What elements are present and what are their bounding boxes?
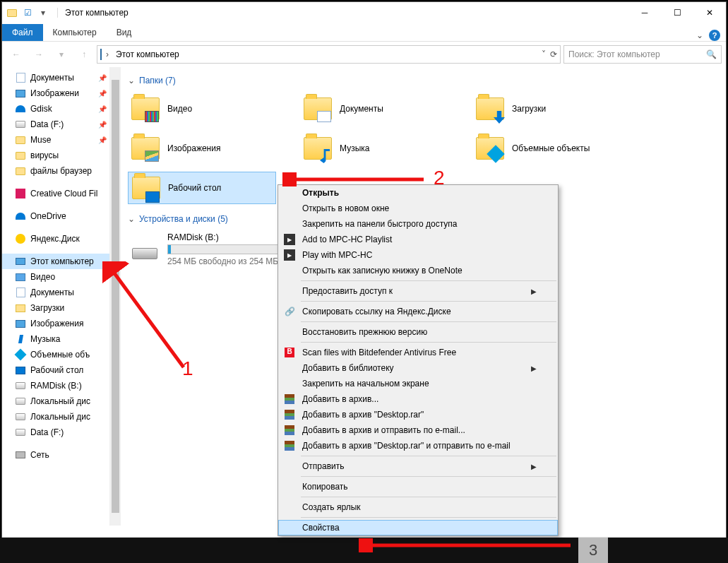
forward-button[interactable]: → (29, 45, 49, 64)
yd-icon (15, 233, 26, 244)
context-menu-item[interactable]: Открыть в новом окне (278, 201, 558, 216)
context-menu-item[interactable]: BScan files with Bitdefender Antivirus F… (278, 345, 558, 360)
tab-file[interactable]: Файл (2, 24, 43, 41)
nav-item[interactable]: Изображени📌 (2, 85, 109, 101)
nav-item[interactable]: Gdisk📌 (2, 101, 109, 117)
nav-item[interactable]: Документы📌 (2, 70, 109, 85)
mpc-icon: ▶ (284, 249, 295, 261)
context-menu-item[interactable]: Копировать (278, 479, 558, 494)
history-dropdown[interactable]: ▾ (52, 45, 71, 64)
properties-icon[interactable]: ☑ (22, 7, 33, 18)
nav-item[interactable]: вирусы (2, 148, 109, 163)
nav-item[interactable]: Изображения (2, 316, 109, 331)
nav-item[interactable]: Видео (2, 269, 109, 285)
context-menu-item[interactable]: ▶Play with MPC-HC (278, 247, 558, 263)
search-box[interactable]: Поиск: Этот компьютер 🔍 (563, 45, 722, 64)
context-menu-item[interactable]: Добавить в архив... (278, 391, 558, 407)
bitdefender-icon: B (284, 347, 295, 358)
tab-view[interactable]: Вид (107, 24, 142, 41)
context-menu-item[interactable]: Свойства (278, 520, 558, 535)
nav-item[interactable]: Data (F:) (2, 425, 109, 440)
nav-item[interactable]: Сеть (2, 447, 109, 463)
context-menu-item[interactable]: Создать ярлык (278, 499, 558, 515)
nav-item[interactable]: Музыка (2, 331, 109, 347)
nav-item[interactable]: Яндекс.Диск (2, 231, 109, 247)
context-menu-item[interactable]: Добавить в библиотеку▶ (278, 360, 558, 376)
tab-computer[interactable]: Компьютер (43, 24, 107, 41)
nav-item[interactable]: Объемные объ (2, 347, 109, 362)
context-menu-item[interactable]: Добавить в архив "Desktop.rar" и отправи… (278, 438, 558, 454)
context-menu-item[interactable]: Добавить в архив "Desktop.rar" (278, 407, 558, 422)
folder-item[interactable]: Видео (128, 93, 276, 125)
nav-scrollbar[interactable] (109, 67, 121, 526)
back-button[interactable]: ← (6, 45, 26, 64)
mpc-icon: ▶ (284, 234, 295, 245)
context-menu-item[interactable]: Закрепить на начальном экране (278, 376, 558, 391)
up-button[interactable]: ↑ (74, 45, 94, 64)
nav-label: Видео (30, 272, 55, 282)
doc-icon (15, 72, 26, 83)
nav-label: Этот компьютер (30, 256, 94, 266)
context-menu-label: Открыть как записную книжку в OneNote (302, 266, 463, 275)
desk-icon (15, 365, 26, 376)
context-menu-item[interactable]: ▶Add to MPC-HC Playlist (278, 232, 558, 247)
nav-item[interactable]: Рабочий стол (2, 362, 109, 378)
context-menu-item[interactable]: Открыть как записную книжку в OneNote (278, 263, 558, 278)
group-folders-header[interactable]: ⌄ Папки (7) (128, 76, 719, 85)
context-menu-item[interactable]: 🔗Скопировать ссылку на Яндекс.Диске (278, 304, 558, 319)
folder-icon (6, 7, 18, 18)
navigation-pane[interactable]: Документы📌Изображени📌Gdisk📌Data (F:)📌Mus… (2, 67, 109, 526)
nav-label: Изображени (30, 88, 79, 98)
folder-item[interactable]: Загрузки (472, 93, 621, 125)
nav-item[interactable]: Этот компьютер (2, 254, 109, 269)
maximize-button[interactable]: ☐ (661, 2, 693, 23)
nav-label: Изображения (30, 319, 83, 328)
nav-item[interactable]: Muse📌 (2, 132, 109, 148)
context-menu-item[interactable]: Добавить в архив и отправить по e-mail..… (278, 422, 558, 438)
ribbon-expand-icon[interactable]: ⌄ (696, 30, 703, 40)
nav-item[interactable]: Документы (2, 285, 109, 300)
nav-item[interactable]: RAMDisk (B:) (2, 378, 109, 393)
folder-item[interactable]: Музыка (300, 132, 448, 165)
context-menu-item[interactable]: Восстановить прежнюю версию (278, 324, 558, 340)
close-button[interactable]: ✕ (693, 2, 726, 23)
nav-label: OneDrive (30, 211, 66, 221)
breadcrumb[interactable]: › Этот компьютер ˅ ⟳ (97, 45, 561, 64)
link-icon: 🔗 (284, 306, 295, 317)
context-menu-item[interactable]: Открыть (278, 185, 558, 201)
context-menu-label: Создать ярлык (302, 502, 361, 512)
pin-icon: 📌 (98, 105, 107, 113)
folder-item[interactable]: Документы (300, 93, 448, 125)
callout-1: 1 (182, 357, 193, 380)
nav-item[interactable]: Локальный дис (2, 409, 109, 425)
nav-item[interactable]: Локальный дис (2, 393, 109, 409)
address-dropdown-icon[interactable]: ˅ (542, 49, 546, 59)
nav-item[interactable]: Загрузки (2, 300, 109, 316)
folder-icon (475, 134, 505, 163)
nav-item[interactable]: OneDrive (2, 208, 109, 224)
crumb-sep-icon[interactable]: › (106, 49, 109, 59)
context-menu-item[interactable]: Отправить▶ (278, 458, 558, 474)
folder-item[interactable]: Рабочий стол (128, 172, 276, 204)
qat-dropdown-icon[interactable]: ▾ (37, 7, 49, 18)
minimize-button[interactable]: ─ (628, 2, 661, 23)
context-menu-label: Предоставить доступ к (302, 286, 393, 296)
nav-item[interactable]: Data (F:)📌 (2, 117, 109, 132)
refresh-icon[interactable]: ⟳ (550, 49, 557, 59)
help-icon[interactable]: ? (709, 30, 720, 41)
img-icon (15, 88, 26, 99)
folder-item[interactable]: Объемные объекты (472, 132, 621, 165)
context-menu-item[interactable]: Предоставить доступ к▶ (278, 283, 558, 299)
nav-label: Gdisk (30, 104, 52, 114)
context-menu-item[interactable]: Закрепить на панели быстрого доступа (278, 216, 558, 232)
disk-icon (15, 119, 26, 130)
nav-item[interactable]: Creative Cloud Fil (2, 186, 109, 201)
callout-2: 2 (434, 167, 445, 189)
dl-icon (15, 302, 26, 314)
folder-icon (303, 94, 333, 124)
nav-item[interactable]: файлы браузер (2, 163, 109, 179)
crumb-root[interactable]: Этот компьютер (113, 48, 182, 61)
folder-item[interactable]: Изображения (128, 132, 276, 165)
search-icon[interactable]: 🔍 (706, 49, 717, 59)
callout-3: 3 (578, 538, 608, 563)
